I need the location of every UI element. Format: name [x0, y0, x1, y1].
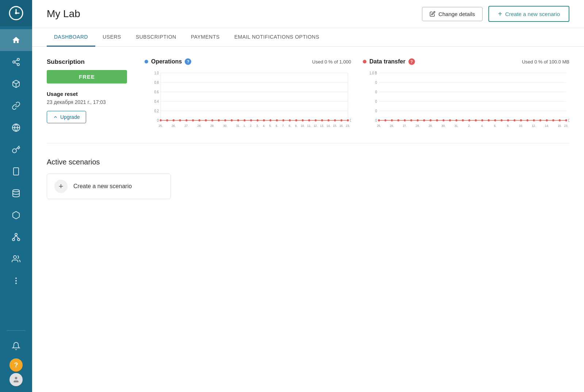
svg-text:15.: 15. [333, 124, 337, 128]
tab-users[interactable]: USERS [95, 28, 128, 47]
charts-area: Operations ? Used 0 % of 1,000 [145, 58, 569, 131]
sidebar-item-home[interactable] [0, 29, 32, 51]
svg-point-109 [397, 119, 399, 121]
svg-text:30.: 30. [442, 124, 446, 128]
sidebar-item-help[interactable]: ? [9, 358, 23, 372]
svg-text:30.: 30. [223, 124, 227, 128]
sidebar-item-templates[interactable] [0, 204, 32, 226]
svg-text:0: 0 [375, 109, 377, 113]
operations-chart-panel: Operations ? Used 0 % of 1,000 [145, 58, 351, 131]
data-transfer-chart-panel: Data transfer ? Used 0 % of 100.0 MB [363, 58, 569, 131]
usage-reset-date: 23 декабря 2021 г., 17:03 [47, 99, 127, 105]
svg-point-124 [494, 119, 496, 121]
svg-point-58 [289, 119, 291, 121]
sidebar-item-datastore[interactable] [0, 182, 32, 204]
svg-text:16.: 16. [558, 124, 562, 128]
svg-point-108 [391, 119, 393, 121]
svg-point-118 [456, 119, 457, 121]
svg-point-127 [514, 119, 515, 121]
svg-point-126 [507, 119, 509, 121]
sidebar-item-integrations[interactable] [0, 73, 32, 95]
change-details-button[interactable]: Change details [422, 7, 483, 21]
svg-point-3 [13, 61, 15, 63]
create-scenario-card[interactable]: + Create a new scenario [47, 174, 171, 199]
svg-point-19 [15, 280, 17, 282]
svg-text:1.0 B: 1.0 B [369, 71, 377, 75]
svg-point-66 [341, 119, 342, 121]
svg-text:3.: 3. [256, 124, 259, 128]
svg-point-121 [475, 119, 477, 121]
svg-point-135 [565, 119, 567, 121]
upgrade-button[interactable]: Upgrade [47, 111, 86, 123]
svg-point-22 [15, 377, 18, 380]
svg-point-125 [501, 119, 503, 121]
sidebar: ? [0, 0, 32, 392]
sidebar-item-profile[interactable] [9, 373, 23, 386]
tab-dashboard[interactable]: DASHBOARD [47, 28, 95, 47]
svg-point-130 [533, 119, 535, 121]
page-title: My Lab [47, 8, 80, 20]
operations-dot [145, 60, 148, 63]
data-transfer-usage-info: Used 0 % of 100.0 MB [522, 59, 569, 65]
svg-text:25.: 25. [159, 124, 163, 128]
svg-point-119 [462, 119, 464, 121]
operations-chart-header: Operations ? Used 0 % of 1,000 [145, 58, 351, 65]
operations-chart: 1.0 0.8 0.6 0.4 0.2 0 [145, 69, 351, 131]
tab-subscription[interactable]: SUBSCRIPTION [128, 28, 184, 47]
app-logo[interactable] [0, 0, 32, 26]
svg-text:5.: 5. [269, 124, 272, 128]
tabs-nav: DASHBOARD USERS SUBSCRIPTION PAYMENTS EM… [32, 28, 584, 47]
svg-text:0.4: 0.4 [154, 99, 159, 104]
svg-text:11.: 11. [307, 124, 311, 128]
svg-text:23.: 23. [564, 124, 568, 128]
svg-text:26.: 26. [172, 124, 176, 128]
tab-payments[interactable]: PAYMENTS [184, 28, 227, 47]
dashboard-content: Subscription FREE Usage reset 23 декабря… [32, 47, 584, 392]
sidebar-item-devices[interactable] [0, 160, 32, 182]
svg-text:6.: 6. [494, 124, 496, 128]
svg-point-61 [308, 119, 310, 121]
svg-text:4.: 4. [481, 124, 484, 128]
svg-point-13 [15, 233, 17, 236]
svg-point-41 [179, 119, 181, 121]
data-transfer-info-icon[interactable]: ? [408, 58, 415, 65]
sidebar-item-flow[interactable] [0, 226, 32, 248]
svg-point-129 [526, 119, 528, 121]
svg-text:0: 0 [375, 80, 377, 85]
create-scenario-header-button[interactable]: + Create a new scenario [488, 6, 569, 22]
sidebar-item-team[interactable] [0, 248, 32, 270]
active-scenarios-title: Active scenarios [47, 158, 569, 166]
svg-point-47 [218, 119, 220, 121]
svg-point-40 [173, 119, 174, 121]
svg-point-49 [231, 119, 233, 121]
subscription-plan-badge: FREE [47, 70, 127, 84]
svg-point-106 [378, 119, 380, 121]
sidebar-item-connections[interactable] [0, 95, 32, 117]
sidebar-nav [0, 26, 32, 327]
sidebar-item-more[interactable] [0, 270, 32, 292]
svg-point-20 [15, 277, 17, 279]
sidebar-item-scenarios[interactable] [0, 51, 32, 73]
tab-email-notifications[interactable]: EMAIL NOTIFICATIONS OPTIONS [227, 28, 327, 47]
svg-point-63 [321, 119, 323, 121]
svg-line-5 [15, 63, 18, 64]
sidebar-item-webhooks[interactable] [0, 117, 32, 139]
svg-point-131 [539, 119, 541, 121]
subscription-title: Subscription [47, 58, 127, 66]
svg-text:10.: 10. [519, 124, 523, 128]
svg-text:7.: 7. [282, 124, 285, 128]
svg-point-112 [417, 119, 419, 121]
svg-point-57 [283, 119, 284, 121]
operations-info-icon[interactable]: ? [185, 58, 191, 65]
sidebar-item-notifications[interactable] [0, 335, 32, 357]
svg-point-62 [315, 119, 316, 121]
svg-line-6 [15, 60, 18, 62]
svg-text:16.: 16. [339, 124, 343, 128]
sidebar-item-keys[interactable] [0, 139, 32, 160]
svg-point-38 [160, 119, 162, 121]
svg-point-64 [327, 119, 329, 121]
svg-text:0: 0 [375, 90, 377, 94]
svg-text:0.2: 0.2 [154, 109, 159, 113]
svg-point-115 [436, 119, 438, 121]
svg-point-52 [250, 119, 252, 121]
